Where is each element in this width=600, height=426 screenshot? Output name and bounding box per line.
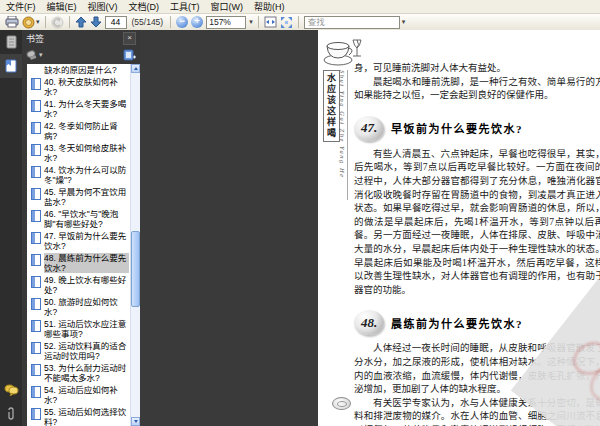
bookmark-item[interactable]: 53. 为什么耐力运动时不能喝太多水? [27, 362, 140, 384]
up-arrow-icon [75, 16, 87, 28]
bookmark-icon [31, 276, 41, 288]
bookmark-icon [31, 210, 41, 222]
toolbar: ▾ (55/145) − + 157% ▾ [0, 14, 600, 31]
menu-window[interactable]: 窗口(W) [211, 0, 244, 13]
page-count-label: (55/145) [132, 17, 164, 27]
email-icon [22, 16, 35, 29]
toolbar-separator [258, 16, 259, 28]
bookmark-icon [31, 298, 41, 310]
bookmark-icon [31, 232, 41, 244]
document-page: 水应该这样喝 Shui Ying Gai Zhe Yang He 身，可见睡前洗… [318, 30, 600, 426]
panel-close-button[interactable]: × [123, 32, 136, 45]
page-ornament-icon [332, 397, 351, 410]
bookmark-icon [31, 166, 41, 178]
bookmarks-panel-toolbar: ▾ [22, 47, 140, 63]
bookmark-item[interactable]: 40. 秋天皮肤如何补水? [27, 76, 140, 98]
zoom-level-value: 157% [209, 17, 231, 27]
bookmark-item[interactable]: 50. 旅游时应如何饮水? [27, 296, 140, 318]
toolbar-separator [298, 16, 299, 28]
find-input[interactable] [304, 16, 400, 29]
tab-pages[interactable] [0, 30, 22, 54]
page-number-input[interactable] [105, 16, 127, 29]
fit-width-icon [264, 16, 277, 28]
find-options-caret-icon[interactable]: ▾ [402, 18, 406, 26]
book-title-vertical: 水应该这样喝 [323, 70, 340, 142]
bookmark-item-partial[interactable]: 缺水的原因是什么? [27, 64, 140, 76]
scrollbar-thumb[interactable] [131, 231, 140, 307]
email-button[interactable]: ▾ [22, 15, 40, 29]
toolbar-separator [45, 16, 46, 28]
menu-document[interactable]: 文档(D) [129, 0, 160, 13]
bookmark-item[interactable]: 54. 运动后应如何补水? [27, 384, 140, 406]
zoom-caret-icon[interactable]: ▾ [249, 18, 253, 26]
menu-help[interactable]: 帮助(H) [254, 0, 285, 13]
tab-comments[interactable] [0, 378, 22, 402]
bookmark-item[interactable]: 49. 晚上饮水有哪些好处? [27, 274, 140, 296]
document-viewer[interactable]: 水应该这样喝 Shui Ying Gai Zhe Yang He 身，可见睡前洗… [140, 30, 600, 426]
expand-bookmark-icon [123, 49, 136, 61]
zoom-in-button[interactable]: + [191, 16, 203, 28]
section-title: 早饭前为什么要先饮水? [391, 120, 523, 136]
toolbar-separator [69, 16, 70, 28]
bookmark-item[interactable]: 46. "早饮水"与"晚泡脚"有哪些好处? [27, 208, 140, 230]
bookmarks-scrollbar[interactable] [130, 64, 140, 426]
menu-edit[interactable]: 编辑(E) [47, 0, 77, 13]
next-page-button[interactable] [90, 15, 102, 29]
pages-icon [5, 35, 18, 49]
bookmark-icon [31, 122, 41, 134]
scrollbar-up-button[interactable] [131, 64, 140, 73]
fit-width-button[interactable] [264, 15, 277, 29]
bookmark-item[interactable]: 43. 冬天如何给皮肤补水? [27, 142, 140, 164]
bookmark-icon [31, 78, 41, 90]
tab-bookmarks[interactable] [0, 54, 22, 78]
bookmarks-panel-header: 书签 × [22, 30, 140, 47]
fit-page-button[interactable] [280, 15, 293, 29]
navigation-tab-strip [0, 30, 22, 426]
bookmarks-list: 缺水的原因是什么? 40. 秋天皮肤如何补水? 41. 为什么冬天要多喝水? 4… [27, 64, 140, 426]
bookmark-item[interactable]: 44. 饮水为什么可以防冬"燥"? [27, 164, 140, 186]
bookmark-item[interactable]: 47. 早饭前为什么要先饮水? [27, 230, 140, 252]
bookmark-item[interactable]: 52. 运动饮料真的适合运动时饮用吗? [27, 340, 140, 362]
tab-attachments[interactable] [0, 402, 22, 426]
menu-view[interactable]: 视图(V) [88, 0, 118, 13]
bookmark-icon [31, 254, 41, 266]
pdf-reader-window: 文件(F) 编辑(E) 视图(V) 文档(D) 工具(T) 窗口(W) 帮助(H… [0, 0, 600, 426]
intro-line: 晨起喝水和睡前洗脚，是一种行之有效、简单易行的方法。如果能持之以恒，一定会起到良… [354, 76, 600, 103]
bookmark-item-selected[interactable]: 48. 晨练前为什么要先饮水? [27, 252, 140, 274]
bookmark-item[interactable]: 45. 早晨为何不宜饮用盐水? [27, 186, 140, 208]
bookmarks-panel-title: 书签 [26, 32, 44, 45]
email-caret-icon[interactable]: ▾ [36, 18, 40, 26]
book-title-pinyin: Shui Ying Gai Zhe Yang He [339, 70, 348, 200]
bookmark-item[interactable]: 41. 为什么冬天要多喝水? [27, 98, 140, 120]
menu-tools[interactable]: 工具(T) [170, 0, 200, 13]
printer-icon [5, 16, 19, 28]
comments-icon [4, 384, 19, 396]
print-button[interactable] [5, 15, 19, 29]
previous-page-button[interactable] [75, 15, 87, 29]
bookmark-options-button[interactable]: ▾ [26, 50, 43, 61]
bookmarks-panel: 书签 × ▾ [22, 30, 140, 426]
section-paragraph: 有些人清晨五、六点钟起床，早餐也吃得很早，其实，起床后先喝水，等到7点以后再吃早… [354, 148, 600, 298]
bookmark-item[interactable]: 55. 运动后如何选择饮料? [27, 406, 140, 426]
bookmark-icon [31, 386, 41, 398]
previous-view-button[interactable] [51, 15, 64, 29]
section-number-badge: 48. [354, 310, 384, 335]
down-arrow-icon [90, 16, 102, 28]
bookmark-icon [31, 188, 41, 200]
expand-current-bookmark-button[interactable] [123, 49, 136, 61]
toolbar-separator [170, 16, 171, 28]
zoom-out-button[interactable]: − [176, 16, 188, 28]
scrollbar-down-button[interactable] [131, 417, 140, 426]
bookmarks-icon [4, 59, 18, 73]
bookmark-item[interactable]: 42. 冬季如何防止肾病? [27, 120, 140, 142]
section-title: 晨练前为什么要先饮水? [391, 315, 523, 331]
bookmark-icon [31, 144, 41, 156]
bookmark-item[interactable]: 51. 运动后饮水应注意哪些事项? [27, 318, 140, 340]
section-number-badge: 47. [354, 116, 384, 141]
bookmark-icon [31, 100, 41, 112]
section-heading: 47. 早饭前为什么要先饮水? [354, 116, 600, 141]
bookmark-icon [31, 408, 41, 420]
menu-file[interactable]: 文件(F) [6, 0, 36, 13]
paperclip-icon [5, 407, 17, 421]
zoom-level-select[interactable]: 157% [206, 16, 246, 29]
